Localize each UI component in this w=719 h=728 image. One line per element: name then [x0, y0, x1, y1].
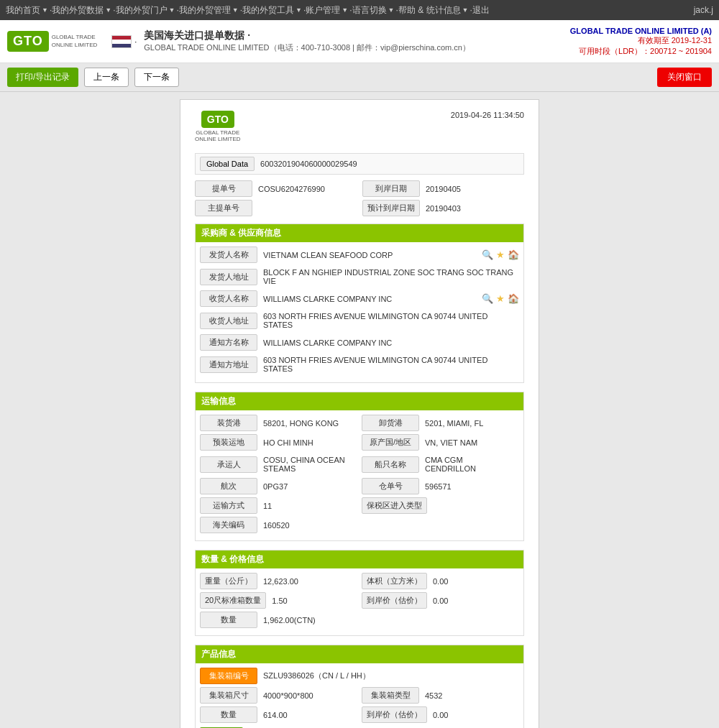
- arrival-date-value: 20190405: [420, 183, 524, 195]
- quantity-section: 数量 & 价格信息 重量（公斤） 12,623.00 体积（立方米） 0.00: [195, 550, 524, 636]
- home-icon[interactable]: 🏠: [508, 249, 519, 260]
- sender-address-row: 发货人地址 BLOCK F AN NGHIEP INDUSTRIAL ZONE …: [200, 266, 519, 287]
- notify-name-row: 通知方名称 WILLIAMS CLARKE COMPANY INC: [200, 334, 519, 351]
- master-bill-value: [252, 206, 357, 211]
- nav-help[interactable]: 帮助 & 统计信息 ▼: [398, 4, 469, 17]
- voyage-value: 0PG37: [257, 480, 357, 493]
- container-no-row: 集装箱编号 SZLU9386026（CN / L / HH）: [200, 668, 519, 684]
- bonded-type-value: [427, 504, 519, 508]
- doc-header: GTO GLOBAL TRADEONLINE LIMITED 2019-04-2…: [195, 111, 524, 142]
- transport-row-3: 承运人 COSU, CHINA OCEAN STEAMS 船只名称 CMA CG…: [200, 453, 519, 475]
- sender-name-value: VIETNAM CLEAN SEAFOOD CORP: [257, 249, 479, 262]
- transport-row-6: 海关编码 160520: [200, 517, 519, 533]
- receiver-address-row: 收货人地址 603 NORTH FRIES AVENUE WILMINGTON …: [200, 310, 519, 331]
- company-name: GLOBAL TRADE ONLINE LIMITED (A): [570, 27, 712, 35]
- est-arrival-field: 预计到岸日期 20190403: [362, 200, 524, 216]
- nav-trade-data[interactable]: 我的外贸数据 ▼: [52, 4, 111, 17]
- master-bill-row: 主提单号 预计到岸日期 20190403: [195, 200, 524, 216]
- qty-row-2: 20尺标准箱数量 1.50 到岸价（估价） 0.00: [200, 592, 519, 609]
- nav-tools[interactable]: 我的外贸工具 ▼: [242, 4, 302, 17]
- weight-label: 重量（公斤）: [200, 573, 257, 589]
- print-button[interactable]: 打印/导出记录: [7, 68, 78, 87]
- est-arrival-label: 预计到岸日期: [362, 200, 420, 216]
- logo-subtitle: GLOBAL TRADE ONLINE LIMITED: [52, 34, 98, 49]
- receiver-name-icons: 🔍 ★ 🏠: [482, 293, 519, 304]
- product-qty-row: 数量 614.00 到岸价（估价） 0.00: [200, 706, 519, 723]
- chevron-down-icon: ▼: [105, 6, 111, 14]
- chevron-down-icon: ▼: [296, 6, 302, 14]
- origin-country-value: VN, VIET NAM: [419, 436, 519, 449]
- container-size-label: 集装箱尺寸: [200, 687, 257, 704]
- chevron-down-icon: ▼: [342, 6, 348, 14]
- flag-area: ·: [111, 35, 137, 48]
- sender-name-label: 发货人名称: [200, 246, 257, 263]
- qty-row-3: 数量 1,962.00(CTN): [200, 612, 519, 628]
- container-detail-row: 集装箱尺寸 4000*900*800 集装箱类型 4532: [200, 687, 519, 704]
- supplier-section-header: 采购商 & 供应商信息: [196, 224, 523, 242]
- container-type-label: 集装箱类型: [362, 687, 419, 704]
- search-icon[interactable]: 🔍: [482, 249, 493, 260]
- nav-language[interactable]: 语言切换 ▼: [352, 4, 395, 17]
- validity-text: 有效期至 2019-12-31: [570, 35, 712, 46]
- star-icon[interactable]: ★: [496, 249, 505, 260]
- notify-name-value: WILLIAMS CLARKE COMPANY INC: [257, 336, 519, 349]
- prev-button[interactable]: 上一条: [84, 68, 129, 87]
- header-bar: GTO GLOBAL TRADE ONLINE LIMITED · 美国海关进口…: [0, 20, 719, 63]
- supplier-section-body: 发货人名称 VIETNAM CLEAN SEAFOOD CORP 🔍 ★ 🏠 发…: [196, 242, 523, 382]
- nav-management[interactable]: 我的外贸管理 ▼: [179, 4, 239, 17]
- top-navigation: 我的首页 ▼ · 我的外贸数据 ▼ · 我的外贸门户 ▼ · 我的外贸管理 ▼ …: [0, 0, 719, 20]
- notify-address-value: 603 NORTH FRIES AVENUE WILMINGTON CA 907…: [257, 354, 519, 375]
- load-port-label: 装货港: [200, 415, 257, 431]
- chevron-down-icon: ▼: [232, 6, 239, 14]
- doc-datetime: 2019-04-26 11:34:50: [451, 111, 524, 119]
- close-button[interactable]: 关闭窗口: [657, 68, 712, 87]
- product-qty-label: 数量: [200, 706, 257, 723]
- pre-carriage-label: 预装运地: [200, 434, 257, 451]
- search-icon[interactable]: 🔍: [482, 293, 493, 304]
- pre-carriage-value: HO CHI MINH: [257, 436, 357, 449]
- product-section-body: 集装箱编号 SZLU9386026（CN / L / HH） 集装箱尺寸 400…: [196, 663, 523, 728]
- doc-logo: GTO GLOBAL TRADEONLINE LIMITED: [195, 111, 241, 142]
- voyage-label: 航次: [200, 478, 257, 494]
- transport-section-body: 装货港 58201, HONG KONG 卸货港 5201, MIAMI, FL…: [196, 410, 523, 540]
- quantity-section-body: 重量（公斤） 12,623.00 体积（立方米） 0.00 20尺标准箱数量 1…: [196, 568, 523, 635]
- nav-logout[interactable]: 退出: [472, 4, 490, 17]
- header-right: GLOBAL TRADE ONLINE LIMITED (A) 有效期至 201…: [570, 27, 712, 57]
- gto-logo: GTO: [7, 31, 49, 52]
- us-flag: [111, 35, 132, 48]
- vessel-name-label: 船只名称: [362, 456, 419, 473]
- arrival-date-field: 到岸日期 20190405: [362, 180, 524, 197]
- star-icon[interactable]: ★: [496, 293, 505, 304]
- master-bill-label: 主提单号: [195, 200, 252, 216]
- master-bill-field: 主提单号: [195, 200, 357, 216]
- nav-account[interactable]: 账户管理 ▼: [306, 4, 348, 17]
- container-no-value: SZLU9386026（CN / L / HH）: [257, 668, 519, 683]
- home-icon[interactable]: 🏠: [508, 293, 519, 304]
- global-data-label: Global Data: [200, 157, 255, 171]
- nav-home[interactable]: 我的首页 ▼: [6, 4, 48, 17]
- volume-label: 体积（立方米）: [362, 573, 427, 589]
- notify-name-label: 通知方名称: [200, 334, 257, 351]
- warehouse-no-value: 596571: [419, 480, 519, 493]
- customs-code-value: 160520: [257, 519, 357, 532]
- sender-name-icons: 🔍 ★ 🏠: [482, 249, 519, 260]
- receiver-name-row: 收货人名称 WILLIAMS CLARKE COMPANY INC 🔍 ★ 🏠: [200, 290, 519, 307]
- transport-section-header: 运输信息: [196, 392, 523, 410]
- next-button[interactable]: 下一条: [134, 68, 179, 87]
- arrival-date-label: 到岸日期: [362, 180, 420, 197]
- product-section-header: 产品信息: [196, 645, 523, 663]
- ldr-text: 可用时段（LDR）：200712 ~ 201904: [570, 46, 712, 57]
- est-arrival-value: 20190403: [420, 202, 524, 215]
- global-data-value: 6003201904060000029549: [260, 160, 357, 168]
- warehouse-no-label: 仓单号: [362, 478, 419, 494]
- notify-address-row: 通知方地址 603 NORTH FRIES AVENUE WILMINGTON …: [200, 354, 519, 375]
- vessel-name-value: CMA CGM CENDRILLON: [419, 453, 519, 475]
- transport-row-4: 航次 0PG37 仓单号 596571: [200, 478, 519, 494]
- container-no-label: 集装箱编号: [200, 668, 257, 684]
- carrier-value: COSU, CHINA OCEAN STEAMS: [257, 453, 357, 475]
- bill-label: 提单号: [195, 180, 252, 197]
- user-name: jack.j: [694, 5, 713, 15]
- nav-portal[interactable]: 我的外贸门户 ▼: [116, 4, 175, 17]
- teu-value: 1.50: [266, 594, 357, 607]
- receiver-address-value: 603 NORTH FRIES AVENUE WILMINGTON CA 907…: [257, 310, 519, 331]
